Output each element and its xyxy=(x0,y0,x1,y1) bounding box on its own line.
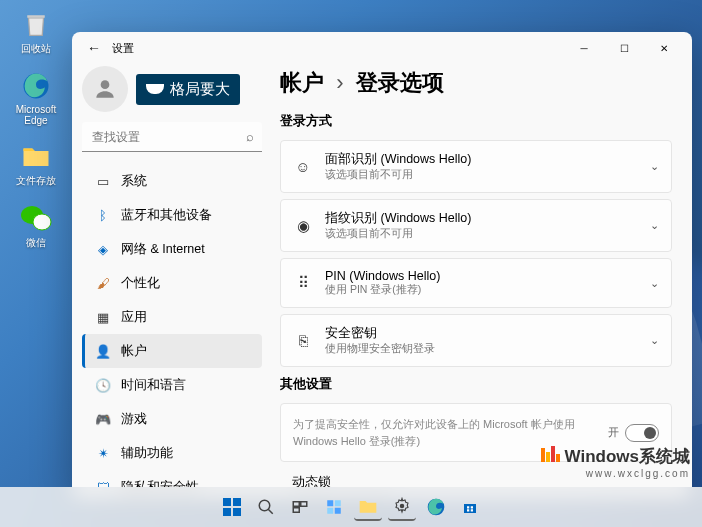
breadcrumb-parent[interactable]: 帐户 xyxy=(280,70,324,95)
chevron-down-icon: ⌄ xyxy=(650,277,659,290)
back-button[interactable]: ← xyxy=(80,40,108,56)
chevron-down-icon: ⌄ xyxy=(650,160,659,173)
search-input[interactable] xyxy=(82,122,262,152)
chevron-down-icon: ⌄ xyxy=(650,334,659,347)
desktop-icon-folder[interactable]: 文件存放 xyxy=(10,140,62,188)
widgets[interactable] xyxy=(320,493,348,521)
svg-point-3 xyxy=(101,80,110,89)
close-button[interactable]: ✕ xyxy=(644,34,684,62)
option-security-key[interactable]: ⎘ 安全密钥使用物理安全密钥登录 ⌄ xyxy=(280,314,672,367)
breadcrumb: 帐户 › 登录选项 xyxy=(280,68,672,98)
desktop-icons: 回收站 Microsoft Edge 文件存放 微信 xyxy=(10,8,62,250)
desktop-icon-label: 回收站 xyxy=(21,42,51,56)
svg-rect-15 xyxy=(335,508,341,514)
svg-rect-9 xyxy=(293,502,299,507)
sidebar-item-gaming[interactable]: 🎮游戏 xyxy=(82,402,262,436)
wifi-icon: ◈ xyxy=(95,241,111,257)
option-title: 指纹识别 (Windows Hello) xyxy=(325,210,638,227)
sidebar-item-label: 应用 xyxy=(121,309,147,326)
avatar xyxy=(82,66,128,112)
taskbar-search[interactable] xyxy=(252,493,280,521)
sidebar-item-accounts[interactable]: 👤帐户 xyxy=(82,334,262,368)
game-icon: 🎮 xyxy=(95,411,111,427)
person-icon: 👤 xyxy=(95,343,111,359)
svg-rect-14 xyxy=(327,508,333,514)
taskbar xyxy=(0,487,702,527)
taskbar-store[interactable] xyxy=(456,493,484,521)
nav-list: ▭系统 ᛒ蓝牙和其他设备 ◈网络 & Internet 🖌个性化 ▦应用 👤帐户… xyxy=(82,164,262,497)
desktop-icon-label: 微信 xyxy=(26,236,46,250)
sidebar-item-label: 个性化 xyxy=(121,275,160,292)
desktop-icon-wechat[interactable]: 微信 xyxy=(10,202,62,250)
svg-rect-12 xyxy=(327,500,333,506)
sidebar-item-network[interactable]: ◈网络 & Internet xyxy=(82,232,262,266)
sidebar-item-label: 游戏 xyxy=(121,411,147,428)
sidebar-item-system[interactable]: ▭系统 xyxy=(82,164,262,198)
option-sub: 使用 PIN 登录(推荐) xyxy=(325,283,638,297)
desktop-icon-label: Microsoft Edge xyxy=(10,104,62,126)
sidebar-item-bluetooth[interactable]: ᛒ蓝牙和其他设备 xyxy=(82,198,262,232)
watermark-title: Windows系统城 xyxy=(565,445,690,468)
apps-icon: ▦ xyxy=(95,309,111,325)
edge-icon xyxy=(20,70,52,102)
option-pin[interactable]: ⠿ PIN (Windows Hello)使用 PIN 登录(推荐) ⌄ xyxy=(280,258,672,308)
wechat-icon xyxy=(20,202,52,234)
svg-point-16 xyxy=(400,504,405,509)
titlebar: ← 设置 ─ ☐ ✕ xyxy=(72,32,692,64)
desktop-icon-edge[interactable]: Microsoft Edge xyxy=(10,70,62,126)
sidebar-item-label: 蓝牙和其他设备 xyxy=(121,207,212,224)
username: 格局要大 xyxy=(136,74,240,105)
chevron-down-icon: ⌄ xyxy=(650,219,659,232)
clock-icon: 🕓 xyxy=(95,377,111,393)
profile-block[interactable]: 格局要大 xyxy=(82,66,262,112)
task-view[interactable] xyxy=(286,493,314,521)
bluetooth-icon: ᛒ xyxy=(95,207,111,223)
sidebar-item-label: 网络 & Internet xyxy=(121,241,205,258)
svg-rect-5 xyxy=(233,498,241,506)
sidebar-item-label: 帐户 xyxy=(121,343,147,360)
sidebar-item-personalization[interactable]: 🖌个性化 xyxy=(82,266,262,300)
svg-point-8 xyxy=(259,500,270,511)
svg-point-2 xyxy=(33,214,51,230)
maximize-button[interactable]: ☐ xyxy=(604,34,644,62)
brush-icon: 🖌 xyxy=(95,275,111,291)
svg-rect-6 xyxy=(223,508,231,516)
content-pane: 帐户 › 登录选项 登录方式 ☺ 面部识别 (Windows Hello)该选项… xyxy=(272,64,692,497)
desktop-icon-recycle-bin[interactable]: 回收站 xyxy=(10,8,62,56)
keypad-icon: ⠿ xyxy=(293,274,313,292)
option-title: 安全密钥 xyxy=(325,325,638,342)
option-fingerprint[interactable]: ◉ 指纹识别 (Windows Hello)该选项目前不可用 ⌄ xyxy=(280,199,672,252)
toggle-label: 开 xyxy=(608,425,619,440)
hello-only-toggle[interactable] xyxy=(625,424,659,442)
watermark-url: www.wxclgg.com xyxy=(541,468,690,479)
desktop-icon-label: 文件存放 xyxy=(16,174,56,188)
recycle-bin-icon xyxy=(20,8,52,40)
breadcrumb-sep: › xyxy=(336,70,343,95)
section-other-header: 其他设置 xyxy=(280,375,672,393)
sidebar-item-label: 辅助功能 xyxy=(121,445,173,462)
option-face[interactable]: ☺ 面部识别 (Windows Hello)该选项目前不可用 ⌄ xyxy=(280,140,672,193)
taskbar-settings[interactable] xyxy=(388,493,416,521)
system-icon: ▭ xyxy=(95,173,111,189)
svg-rect-4 xyxy=(223,498,231,506)
taskbar-edge[interactable] xyxy=(422,493,450,521)
sidebar-item-apps[interactable]: ▦应用 xyxy=(82,300,262,334)
svg-rect-7 xyxy=(233,508,241,516)
sidebar-item-accessibility[interactable]: ✴辅助功能 xyxy=(82,436,262,470)
option-sub: 使用物理安全密钥登录 xyxy=(325,342,638,356)
usb-key-icon: ⎘ xyxy=(293,332,313,349)
svg-rect-10 xyxy=(301,502,307,507)
minimize-button[interactable]: ─ xyxy=(564,34,604,62)
option-sub: 该选项目前不可用 xyxy=(325,168,638,182)
watermark-logo-icon xyxy=(541,446,561,467)
sidebar-item-time[interactable]: 🕓时间和语言 xyxy=(82,368,262,402)
svg-rect-13 xyxy=(335,500,341,506)
accessibility-icon: ✴ xyxy=(95,445,111,461)
folder-icon xyxy=(20,140,52,172)
taskbar-explorer[interactable] xyxy=(354,493,382,521)
option-title: PIN (Windows Hello) xyxy=(325,269,638,283)
sidebar-item-label: 系统 xyxy=(121,173,147,190)
svg-rect-11 xyxy=(293,508,299,513)
option-title: 面部识别 (Windows Hello) xyxy=(325,151,638,168)
start-button[interactable] xyxy=(218,493,246,521)
